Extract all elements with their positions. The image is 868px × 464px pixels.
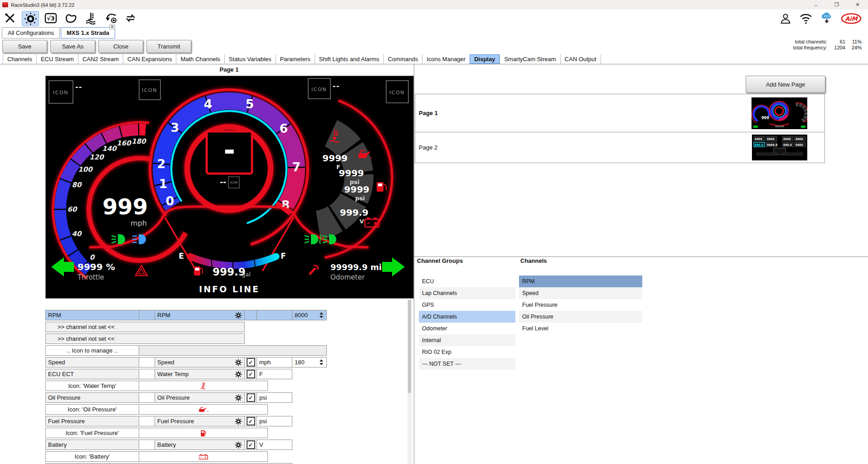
display-label-cell[interactable]: RPM	[155, 310, 245, 320]
group-item-ecu[interactable]: ECU	[419, 276, 515, 287]
unit-cell[interactable]: psi	[257, 392, 292, 403]
tab-icons-manager[interactable]: Icons Manager	[422, 54, 470, 64]
source-channel-cell[interactable]: Oil Pressure	[45, 392, 139, 403]
page-2-thumbnail[interactable]: 8888888888888888 888.88888.8888.88888	[752, 135, 807, 160]
tracks-icon[interactable]	[63, 11, 79, 25]
group-item-not-set[interactable]: --- NOT SET ---	[419, 358, 515, 370]
minimize-button[interactable]: –	[805, 0, 826, 10]
source-channel-cell[interactable]: Speed	[45, 357, 139, 367]
new-config-icon[interactable]	[102, 11, 119, 25]
gear-icon[interactable]	[235, 441, 242, 449]
rs3-web-icon[interactable]: √3	[43, 11, 59, 25]
group-item-internal[interactable]: Internal	[419, 334, 515, 346]
channel-item-rpm[interactable]: RPM	[519, 276, 642, 287]
channel-item-oil-pressure[interactable]: Oil Pressure	[519, 311, 642, 323]
unit-cell[interactable]: V	[257, 440, 292, 450]
account-icon[interactable]	[779, 12, 792, 27]
value-stepper[interactable]	[320, 359, 324, 365]
configurations-icon[interactable]	[22, 11, 39, 26]
icon-label-cell[interactable]: Icon: 'Battery'	[45, 451, 139, 462]
display-label-cell[interactable]: Speed	[155, 357, 245, 367]
tools-icon[interactable]	[2, 11, 18, 25]
display-label-cell[interactable]: Fuel Pressure	[155, 416, 245, 426]
close-config-tab-icon[interactable]: ✕	[109, 24, 115, 29]
visibility-checkbox[interactable]: ✓	[244, 357, 257, 367]
save-button[interactable]: Save	[2, 40, 47, 53]
channel-item-speed[interactable]: Speed	[519, 287, 642, 299]
tab-status-variables[interactable]: Status Variables	[224, 54, 276, 64]
page-list-item-2[interactable]: Page 2 8888888888888888 888.88888.8888.8…	[415, 132, 824, 163]
icon-preview-cell[interactable]	[139, 428, 268, 438]
gear-icon[interactable]	[235, 312, 242, 319]
group-item-odometer[interactable]: Odometer	[419, 323, 515, 334]
tab-current-config[interactable]: MXS 1.x Strada ✕	[61, 27, 115, 39]
tab-can-output[interactable]: CAN Output	[560, 54, 601, 64]
channel-item-fuel-pressure[interactable]: Fuel Pressure	[519, 299, 642, 311]
unit-cell[interactable]	[257, 310, 292, 320]
value-cell[interactable]: 8000	[292, 310, 327, 320]
visibility-checkbox[interactable]: ✓	[244, 369, 257, 379]
unit-cell[interactable]: mph	[257, 357, 292, 367]
tab-smartycam-stream[interactable]: SmartyCam Stream	[499, 54, 560, 64]
icon-preview-cell[interactable]	[139, 451, 268, 462]
table-scrollbar[interactable]	[407, 299, 412, 464]
gear-icon[interactable]	[235, 359, 242, 366]
unit-cell[interactable]: F	[257, 369, 292, 379]
tab-can-expansions[interactable]: CAN Expansions	[123, 54, 176, 64]
group-item-rio02exp[interactable]: RIO 02 Exp	[419, 346, 515, 358]
tab-all-configurations[interactable]: All Configurations	[2, 27, 60, 39]
source-channel-cell[interactable]: RPM	[45, 310, 139, 320]
cloud-download-icon[interactable]	[820, 12, 834, 27]
source-channel-cell[interactable]: ECU ECT	[45, 369, 139, 379]
gear-icon[interactable]	[235, 418, 242, 425]
display-label-cell[interactable]: Battery	[155, 440, 245, 450]
icon-manage-target-cell[interactable]	[139, 345, 327, 356]
scrollbar-thumb[interactable]	[408, 300, 411, 393]
visibility-checkbox[interactable]: ✓	[244, 416, 257, 426]
icon-preview-cell[interactable]	[139, 381, 268, 391]
tab-parameters[interactable]: Parameters	[276, 54, 315, 64]
tab-commands[interactable]: Commands	[383, 54, 422, 64]
gear-icon[interactable]	[235, 371, 242, 378]
tab-channels[interactable]: Channels	[3, 54, 36, 64]
icon-to-manage-cell[interactable]: .. Icon to manage ..	[45, 345, 139, 356]
tab-display[interactable]: Display	[470, 54, 499, 64]
channel-item-fuel-level[interactable]: Fuel Level	[519, 323, 642, 334]
channel-not-set-cell[interactable]: >> channel not set <<	[45, 334, 245, 344]
add-new-page-button[interactable]: Add New Page	[746, 76, 825, 93]
icon-preview-cell[interactable]	[139, 404, 268, 415]
source-channel-cell[interactable]: Fuel Pressure	[45, 416, 139, 426]
maximize-button[interactable]: ❐	[826, 0, 847, 10]
visibility-checkbox[interactable]: ✓	[244, 392, 257, 403]
icon-label-cell[interactable]: Icon: 'Oil Pressure'	[45, 404, 139, 415]
visibility-checkbox[interactable]: ✓	[244, 440, 257, 450]
icon-label-cell[interactable]: Icon: 'Fuel Pressure'	[45, 428, 139, 438]
unit-cell[interactable]: psi	[257, 416, 292, 426]
close-config-button[interactable]: Close	[98, 40, 143, 53]
group-item-ad-channels[interactable]: A/D Channels	[419, 311, 515, 323]
gear-icon[interactable]	[235, 394, 242, 401]
icon-label-cell[interactable]: Icon: 'Water Temp'	[45, 381, 139, 391]
display-label-cell[interactable]: Oil Pressure	[155, 392, 245, 403]
value-cell[interactable]: 180	[292, 357, 327, 367]
tab-shift-lights-alarms[interactable]: Shift Lights and Alarms	[315, 54, 383, 64]
sync-icon[interactable]	[122, 11, 139, 25]
close-window-button[interactable]: ✕	[847, 0, 868, 10]
dash-preview[interactable]: ICON ICON ICON ICON -- --	[45, 76, 414, 299]
tab-can2-stream[interactable]: CAN2 Stream	[78, 54, 123, 64]
group-item-lap-channels[interactable]: Lap Channels	[419, 287, 515, 299]
channel-not-set-cell[interactable]: >> channel not set <<	[45, 322, 245, 332]
tab-ecu-stream[interactable]: ECU Stream	[36, 54, 78, 64]
display-label-cell[interactable]: Water Temp	[155, 369, 245, 379]
app-icon	[2, 2, 8, 7]
save-as-button[interactable]: Save As	[50, 40, 95, 53]
wifi-icon[interactable]	[799, 13, 813, 26]
transmit-button[interactable]: Transmit	[146, 40, 191, 53]
group-item-gps[interactable]: GPS	[419, 299, 515, 311]
source-channel-cell[interactable]: Battery	[45, 440, 139, 450]
page-list-item-1[interactable]: Page 1 999	[415, 94, 824, 132]
page-1-thumbnail[interactable]: 999	[752, 97, 807, 129]
value-stepper[interactable]	[320, 312, 324, 318]
device-calibration-icon[interactable]	[82, 11, 99, 25]
tab-math-channels[interactable]: Math Channels	[176, 54, 224, 64]
